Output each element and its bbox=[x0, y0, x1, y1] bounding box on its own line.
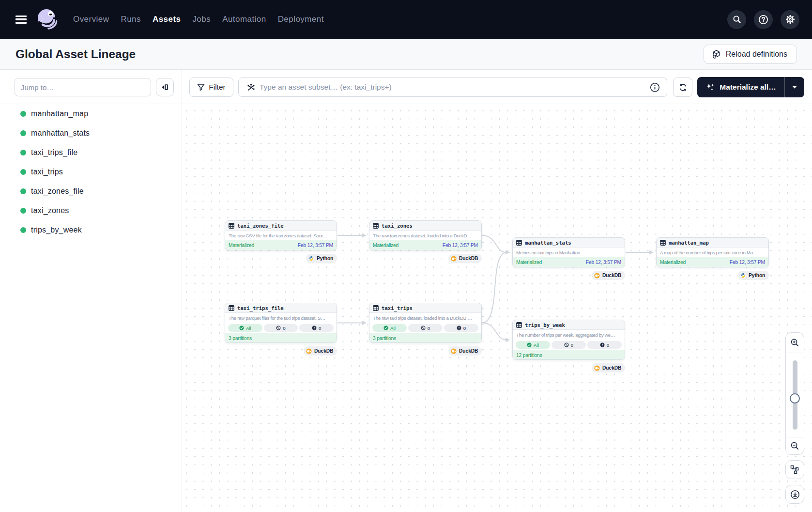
partition-health-row: All 0 0 bbox=[225, 323, 337, 333]
materialized-timestamp[interactable]: Feb 12, 3:57 PM bbox=[298, 243, 333, 248]
sidebar-asset-item[interactable]: taxi_zones_file bbox=[0, 182, 182, 201]
sparkles-icon bbox=[705, 82, 715, 92]
exclamation-circle-icon bbox=[312, 326, 317, 330]
zoom-out-button[interactable] bbox=[786, 436, 804, 455]
refresh-button[interactable] bbox=[673, 78, 692, 97]
zoom-slider-thumb[interactable] bbox=[790, 393, 800, 403]
compute-kind-badge[interactable]: DuckDB bbox=[448, 346, 482, 356]
duckdb-logo-icon bbox=[451, 256, 457, 262]
asset-node-materialized-row: Materialized Feb 12, 3:57 PM bbox=[225, 240, 337, 250]
asset-node[interactable]: taxi_zones The raw taxi zones dataset, l… bbox=[369, 220, 482, 250]
partitions-all-pill: All bbox=[372, 324, 407, 332]
reload-definitions-button[interactable]: Reload definitions bbox=[704, 45, 797, 64]
sidebar-asset-item[interactable]: manhattan_map bbox=[0, 104, 182, 124]
sidebar-asset-item[interactable]: taxi_zones bbox=[0, 201, 182, 220]
partitions-failed-pill: 0 bbox=[587, 341, 622, 349]
compute-kind-badge[interactable]: Python bbox=[306, 254, 337, 263]
partitions-missing-pill: 0 bbox=[408, 324, 443, 332]
asset-node-materialized-row: Materialized Feb 12, 3:57 PM bbox=[369, 240, 481, 250]
sidebar-divider bbox=[182, 70, 182, 512]
asset-node-description: The raw taxi trips dataset, loaded into … bbox=[369, 313, 481, 323]
materialized-status-dot bbox=[20, 227, 26, 233]
zoom-panel bbox=[785, 332, 804, 455]
nav-item-jobs[interactable]: Jobs bbox=[192, 15, 211, 24]
sidebar-asset-name: manhattan_stats bbox=[31, 129, 90, 138]
partitions-count-row: 3 partitions bbox=[369, 333, 481, 343]
zoom-in-button[interactable] bbox=[786, 333, 804, 352]
materialized-status-dot bbox=[20, 169, 26, 175]
materialized-timestamp[interactable]: Feb 12, 3:57 PM bbox=[443, 243, 478, 248]
duckdb-logo-icon bbox=[451, 348, 457, 354]
table-icon bbox=[516, 322, 522, 328]
asset-node-name: manhattan_stats bbox=[525, 240, 571, 246]
sidebar-asset-name: trips_by_week bbox=[31, 226, 82, 234]
menu-icon[interactable] bbox=[15, 16, 27, 24]
exclamation-circle-icon bbox=[600, 342, 605, 347]
asset-subset-input[interactable] bbox=[260, 83, 650, 92]
partitions-all-pill: All bbox=[516, 341, 550, 349]
compute-kind-badge[interactable]: Python bbox=[738, 271, 769, 280]
partitions-missing-pill: 0 bbox=[264, 324, 298, 332]
materialized-timestamp[interactable]: Feb 12, 3:57 PM bbox=[730, 260, 765, 265]
asset-node[interactable]: taxi_zones_file The raw CSV file for the… bbox=[225, 220, 337, 250]
sidebar-asset-item[interactable]: trips_by_week bbox=[0, 220, 182, 240]
asset-node[interactable]: taxi_trips The raw taxi trips dataset, l… bbox=[369, 303, 482, 343]
sidebar-asset-item[interactable]: taxi_trips_file bbox=[0, 143, 182, 162]
download-image-button[interactable] bbox=[785, 485, 804, 504]
nav-item-runs[interactable]: Runs bbox=[121, 15, 141, 24]
asset-node[interactable]: manhattan_map A map of the number of tri… bbox=[656, 237, 769, 267]
asset-node-header: manhattan_stats bbox=[513, 238, 625, 248]
sidebar-asset-item[interactable]: taxi_trips bbox=[0, 162, 182, 182]
compute-kind-badge[interactable]: DuckDB bbox=[592, 363, 625, 372]
materialize-all-button[interactable]: Materialize all… bbox=[697, 77, 784, 97]
asset-node-name: taxi_trips_file bbox=[237, 305, 284, 311]
compute-kind-badge[interactable]: DuckDB bbox=[592, 271, 625, 280]
table-icon bbox=[516, 240, 522, 246]
filter-button[interactable]: Filter bbox=[189, 78, 233, 97]
materialized-status-dot bbox=[20, 150, 26, 155]
sidebar-asset-name: taxi_zones_file bbox=[31, 187, 84, 196]
partition-health-row: All 0 0 bbox=[369, 323, 481, 333]
refresh-icon bbox=[678, 83, 688, 92]
partition-health-row: All 0 0 bbox=[513, 340, 625, 350]
nav-item-overview[interactable]: Overview bbox=[73, 15, 109, 24]
rearrange-layout-button[interactable] bbox=[785, 460, 804, 479]
help-icon bbox=[758, 15, 768, 25]
info-icon[interactable] bbox=[650, 82, 660, 93]
materialized-timestamp[interactable]: Feb 12, 3:57 PM bbox=[586, 260, 621, 265]
table-icon bbox=[660, 240, 666, 246]
nav-item-deployment[interactable]: Deployment bbox=[278, 15, 324, 24]
reload-definitions-icon bbox=[711, 49, 721, 60]
compute-kind-badge[interactable]: DuckDB bbox=[448, 254, 482, 263]
asset-node-header: taxi_trips_file bbox=[225, 303, 337, 313]
asset-subset-field bbox=[238, 78, 667, 97]
nav-item-automation[interactable]: Automation bbox=[222, 15, 266, 24]
chevron-down-icon bbox=[792, 85, 797, 89]
jump-to-input[interactable] bbox=[15, 78, 151, 96]
sidebar-asset-name: taxi_zones bbox=[31, 206, 69, 215]
asset-node-name: taxi_zones_file bbox=[237, 223, 284, 229]
nav-item-assets[interactable]: Assets bbox=[153, 15, 181, 24]
asset-node[interactable]: manhattan_stats Metrics on taxi trips in… bbox=[512, 237, 625, 267]
sidebar-asset-item[interactable]: manhattan_stats bbox=[0, 124, 182, 143]
asset-node-description: The raw CSV file for the taxi zones data… bbox=[225, 231, 337, 240]
nav-actions bbox=[727, 10, 799, 29]
materialize-options-button[interactable] bbox=[784, 77, 804, 97]
compute-kind-badge[interactable]: DuckDB bbox=[304, 346, 337, 356]
asset-node[interactable]: taxi_trips_file The raw parquet files fo… bbox=[225, 303, 337, 343]
top-nav: Overview Runs Assets Jobs Automation Dep… bbox=[0, 0, 812, 39]
search-button[interactable] bbox=[727, 10, 746, 29]
materialized-status-dot bbox=[20, 188, 26, 194]
duckdb-logo-icon bbox=[594, 365, 600, 371]
toolbar-row: Filter bbox=[0, 70, 812, 104]
materialized-status-dot bbox=[20, 130, 26, 136]
partitions-failed-pill: 0 bbox=[444, 324, 478, 332]
slash-circle-icon bbox=[276, 326, 281, 330]
python-logo-icon bbox=[740, 273, 746, 279]
asset-node-description: Metrics on taxi trips in Manhattan bbox=[513, 248, 625, 257]
duckdb-logo-icon bbox=[306, 348, 312, 354]
help-button[interactable] bbox=[754, 10, 773, 29]
settings-button[interactable] bbox=[781, 10, 799, 29]
asset-node[interactable]: trips_by_week The number of trips per we… bbox=[512, 320, 625, 360]
collapse-sidebar-button[interactable] bbox=[156, 78, 174, 96]
